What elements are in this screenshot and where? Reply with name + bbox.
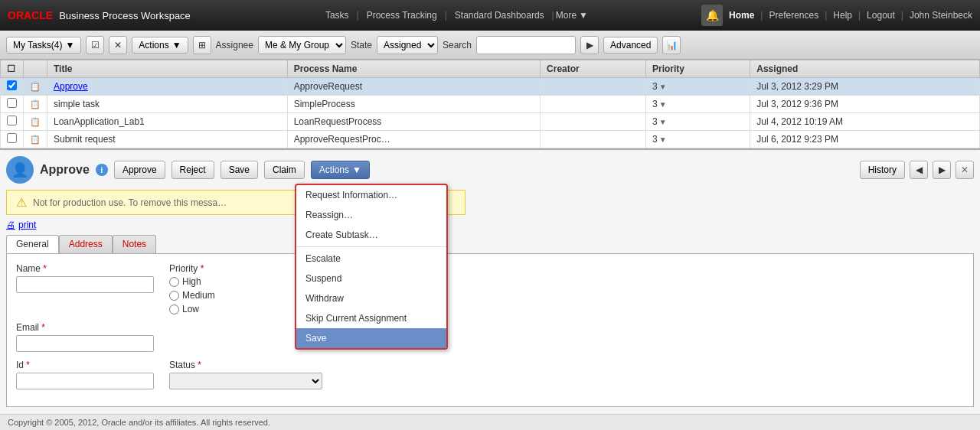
row-title[interactable]: Submit request <box>47 131 288 148</box>
state-select[interactable]: Assigned <box>377 36 438 54</box>
required-indicator: * <box>201 263 204 274</box>
actions-dropdown-button[interactable]: Actions ▼ <box>311 161 370 179</box>
approve-button[interactable]: Approve <box>114 161 165 179</box>
preferences-link[interactable]: Preferences <box>769 10 818 21</box>
dropdown-item[interactable]: Withdraw <box>296 288 446 308</box>
process-tracking-link[interactable]: Process Tracking <box>361 10 443 21</box>
print-label: print <box>18 220 36 230</box>
actions-dropdown-label: Actions <box>319 165 349 175</box>
search-go-button[interactable]: ▶ <box>580 36 599 54</box>
print-link[interactable]: 🖨 print <box>6 220 974 230</box>
reject-button[interactable]: Reject <box>172 161 214 179</box>
history-button[interactable]: History <box>860 161 905 179</box>
id-input[interactable] <box>16 373 154 389</box>
my-tasks-button[interactable]: My Tasks(4) ▼ <box>6 37 81 54</box>
logo-area: ORACLE Business Process Workspace <box>8 9 191 21</box>
task-detail: 👤 Approve i Approve Reject Save Claim Ac… <box>0 150 980 413</box>
dropdown-item[interactable]: Create Subtask… <box>296 225 446 245</box>
info-icon[interactable]: i <box>96 164 108 176</box>
search-label: Search <box>443 40 472 50</box>
email-input[interactable] <box>16 335 154 352</box>
row-checkbox[interactable] <box>1 113 24 131</box>
notifications-icon[interactable]: 🔔 <box>701 5 723 26</box>
search-input[interactable] <box>476 36 576 54</box>
task-table-container: ☐ Title Process Name Creator Priority As… <box>0 60 980 150</box>
priority-medium-option[interactable]: Medium <box>169 290 215 301</box>
chevron-down-icon: ▼ <box>65 40 74 50</box>
row-icon: 📋 <box>24 96 47 113</box>
status-select[interactable] <box>169 373 322 389</box>
row-icon: 📋 <box>24 131 47 148</box>
close-detail-button[interactable]: ✕ <box>956 161 974 179</box>
priority-dropdown-icon[interactable]: ▼ <box>659 118 667 126</box>
table-row[interactable]: 📋 Submit request ApproveRequestProc… 3 ▼… <box>1 131 980 148</box>
required-indicator: * <box>198 360 201 370</box>
table-row[interactable]: 📋 LoanApplication_Lab1 LoanRequestProces… <box>1 113 980 131</box>
row-checkbox[interactable] <box>1 78 24 96</box>
next-task-button[interactable]: ▶ <box>933 161 951 179</box>
logout-link[interactable]: Logout <box>867 10 895 21</box>
more-button[interactable]: More ▼ <box>556 10 588 21</box>
delete-icon[interactable]: ✕ <box>109 36 127 54</box>
tasks-link[interactable]: Tasks <box>319 10 355 21</box>
dropdown-item[interactable]: Request Information… <box>296 185 446 205</box>
row-icon: 📋 <box>24 78 47 96</box>
col-header-creator[interactable]: Creator <box>541 60 646 78</box>
dropdown-item[interactable]: Skip Current Assignment <box>296 308 446 328</box>
row-title[interactable]: LoanApplication_Lab1 <box>47 113 288 131</box>
standard-dashboards-link[interactable]: Standard Dashboards <box>449 10 550 21</box>
row-checkbox[interactable] <box>1 131 24 148</box>
dropdown-item[interactable]: Escalate <box>296 249 446 269</box>
dropdown-item[interactable]: Reassign… <box>296 205 446 225</box>
tab-notes[interactable]: Notes <box>113 235 156 253</box>
home-link[interactable]: Home <box>729 10 754 21</box>
advanced-button[interactable]: Advanced <box>603 37 658 54</box>
view-icon[interactable]: ⊞ <box>193 36 211 54</box>
print-icon: 🖨 <box>6 220 15 230</box>
priority-dropdown-icon[interactable]: ▼ <box>659 100 667 109</box>
name-label: Name * <box>16 263 154 274</box>
table-row[interactable]: 📋 simple task SimpleProcess 3 ▼ Jul 3, 2… <box>1 96 980 113</box>
toolbar-actions-button[interactable]: Actions ▼ <box>132 37 188 54</box>
priority-dropdown-icon[interactable]: ▼ <box>659 83 667 91</box>
app-title: Business Process Workspace <box>59 10 191 21</box>
col-header-icon <box>24 60 47 78</box>
warning-icon: ⚠ <box>16 195 27 210</box>
col-header-check: ☐ <box>1 60 24 78</box>
col-header-assigned[interactable]: Assigned <box>750 60 980 78</box>
more-label: More <box>556 10 577 21</box>
row-assigned: Jul 6, 2012 9:23 PM <box>750 131 980 148</box>
reports-icon[interactable]: 📊 <box>662 36 681 54</box>
tab-general[interactable]: General <box>6 235 59 253</box>
tab-address[interactable]: Address <box>59 235 113 253</box>
user-avatar-icon: 👤 <box>6 156 34 184</box>
prev-task-button[interactable]: ◀ <box>910 161 928 179</box>
row-title[interactable]: simple task <box>47 96 288 113</box>
refresh-icon[interactable]: ☑ <box>86 36 104 54</box>
assignee-select[interactable]: Me & My Group <box>258 36 346 54</box>
col-header-process[interactable]: Process Name <box>287 60 540 78</box>
dropdown-item[interactable]: Suspend <box>296 269 446 288</box>
id-field-group: Id * <box>16 360 154 389</box>
save-button[interactable]: Save <box>220 161 258 179</box>
name-input[interactable] <box>16 276 154 293</box>
chevron-down-icon: ▼ <box>172 40 181 50</box>
priority-low-option[interactable]: Low <box>169 304 215 314</box>
row-creator <box>541 113 646 131</box>
priority-dropdown-icon[interactable]: ▼ <box>659 135 667 144</box>
priority-high-option[interactable]: High <box>169 276 215 287</box>
row-title[interactable]: Approve <box>47 78 288 96</box>
row-icon: 📋 <box>24 113 47 131</box>
required-indicator: * <box>26 360 30 370</box>
col-header-priority[interactable]: Priority <box>645 60 750 78</box>
dropdown-item[interactable]: Save <box>296 328 446 348</box>
claim-button[interactable]: Claim <box>264 161 305 179</box>
table-row[interactable]: 📋 Approve ApproveRequest 3 ▼ Jul 3, 2012… <box>1 78 980 96</box>
chevron-down-icon: ▼ <box>352 165 361 175</box>
email-label: Email * <box>16 322 154 333</box>
help-link[interactable]: Help <box>833 10 852 21</box>
user-name[interactable]: John Steinbeck <box>910 10 972 21</box>
row-checkbox[interactable] <box>1 96 24 113</box>
col-header-title[interactable]: Title <box>47 60 288 78</box>
priority-field-group: Priority * High Medium Low <box>169 263 215 314</box>
